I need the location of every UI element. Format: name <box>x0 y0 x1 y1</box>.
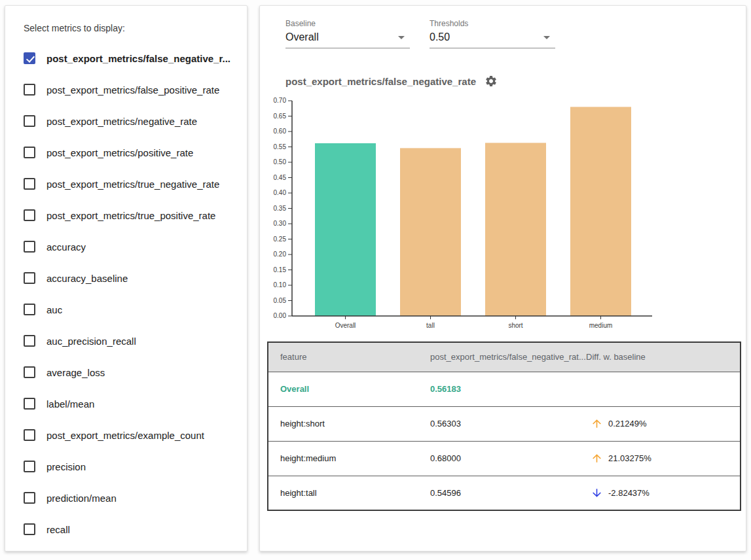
svg-text:0.00: 0.00 <box>274 312 287 319</box>
feature-cell: height:medium <box>268 441 430 476</box>
chart-header: post_export_metrics/false_negative_rate <box>285 75 746 88</box>
metric-item[interactable]: post_export_metrics/example_count <box>24 419 236 451</box>
metric-item[interactable]: accuracy_baseline <box>24 262 236 294</box>
checkbox-unchecked-icon[interactable] <box>24 84 35 96</box>
table-row[interactable]: height:medium0.6800021.03275% <box>268 441 741 476</box>
bar-chart-container: Overalltallshortmedium0.000.050.100.150.… <box>267 96 746 335</box>
metric-label: auc <box>46 304 62 315</box>
metric-item[interactable]: auc_precision_recall <box>24 325 236 357</box>
checkbox-unchecked-icon[interactable] <box>24 178 35 190</box>
svg-text:0.50: 0.50 <box>274 158 287 166</box>
metric-label: precision <box>46 461 86 472</box>
metric-label: post_export_metrics/true_positive_rate <box>46 210 215 221</box>
diff-cell: 0.21249% <box>586 406 741 441</box>
thresholds-select[interactable]: 0.50 <box>430 30 555 48</box>
metric-item[interactable]: accuracy <box>24 231 236 262</box>
metric-item[interactable]: post_export_metrics/true_positive_rate <box>24 200 236 231</box>
metric-list: post_export_metrics/false_negative_r...p… <box>24 43 236 545</box>
svg-text:0.70: 0.70 <box>274 97 287 104</box>
baseline-select[interactable]: Overall <box>285 30 410 48</box>
metric-label: accuracy <box>46 241 86 253</box>
bar-chart[interactable]: Overalltallshortmedium0.000.050.100.150.… <box>267 96 660 332</box>
baseline-value: Overall <box>285 31 319 43</box>
feature-cell: Overall <box>268 372 430 406</box>
svg-text:0.20: 0.20 <box>274 251 287 258</box>
svg-text:0.40: 0.40 <box>274 189 287 196</box>
checkbox-checked-icon[interactable] <box>24 52 35 64</box>
thresholds-field: Thresholds 0.50 <box>430 19 555 48</box>
metric-label: post_export_metrics/false_negative_r... <box>46 53 230 64</box>
metric-label: post_export_metrics/example_count <box>46 430 204 441</box>
table-row[interactable]: height:short0.563030.21249% <box>268 406 741 441</box>
svg-text:0.45: 0.45 <box>274 174 287 181</box>
checkbox-unchecked-icon[interactable] <box>24 115 35 127</box>
bar-tall[interactable] <box>400 148 461 316</box>
metrics-table: feature post_export_metrics/false_negati… <box>267 341 741 511</box>
metric-label: accuracy_baseline <box>46 273 128 284</box>
checkbox-unchecked-icon[interactable] <box>24 523 35 535</box>
metric-label: auc_precision_recall <box>46 336 136 347</box>
svg-text:short: short <box>508 322 522 329</box>
checkbox-unchecked-icon[interactable] <box>24 241 35 253</box>
table-header-row: feature post_export_metrics/false_negati… <box>268 342 741 372</box>
bar-short[interactable] <box>485 143 546 316</box>
arrow-up-icon <box>591 417 603 430</box>
metric-item[interactable]: prediction/mean <box>24 482 236 514</box>
arrow-down-icon <box>591 487 603 499</box>
table-row[interactable]: height:tall0.54596-2.82437% <box>268 476 741 510</box>
metric-item[interactable]: post_export_metrics/false_positive_rate <box>24 74 236 105</box>
chevron-down-icon <box>398 36 405 39</box>
metric-value-cell: 0.68000 <box>430 441 586 476</box>
metric-item[interactable]: auc <box>24 294 236 325</box>
metrics-panel: Baseline Overall Thresholds 0.50 post_ex… <box>259 5 746 551</box>
svg-text:0.10: 0.10 <box>274 281 287 289</box>
metric-selector-panel: Select metrics to display: post_export_m… <box>5 5 247 551</box>
diff-value: 0.21249% <box>608 419 647 429</box>
column-header-feature: feature <box>268 342 430 372</box>
metric-item[interactable]: average_loss <box>24 357 236 388</box>
bar-Overall[interactable] <box>315 143 376 316</box>
metric-value-cell: 0.56303 <box>430 406 586 441</box>
checkbox-unchecked-icon[interactable] <box>24 398 35 410</box>
metric-label: post_export_metrics/false_positive_rate <box>46 84 219 96</box>
metric-label: label/mean <box>46 398 94 410</box>
metric-item[interactable]: post_export_metrics/negative_rate <box>24 105 236 137</box>
metric-item[interactable]: post_export_metrics/positive_rate <box>24 137 236 168</box>
metrics-table-body: Overall0.56183height:short0.563030.21249… <box>268 372 741 510</box>
fairness-indicators-app: Select metrics to display: post_export_m… <box>0 0 751 560</box>
settings-gear-icon[interactable] <box>485 75 498 88</box>
diff-cell: 21.03275% <box>586 441 741 476</box>
metric-label: post_export_metrics/negative_rate <box>46 116 197 127</box>
bar-medium[interactable] <box>570 107 631 316</box>
svg-text:0.55: 0.55 <box>274 143 287 150</box>
svg-text:0.25: 0.25 <box>274 236 287 243</box>
metric-item[interactable]: post_export_metrics/true_negative_rate <box>24 168 236 200</box>
thresholds-value: 0.50 <box>430 31 450 43</box>
svg-text:0.65: 0.65 <box>274 113 287 120</box>
checkbox-unchecked-icon[interactable] <box>24 335 35 347</box>
metric-label: post_export_metrics/true_negative_rate <box>46 179 219 190</box>
checkbox-unchecked-icon[interactable] <box>24 304 35 315</box>
metric-selector-title: Select metrics to display: <box>24 23 236 36</box>
metric-item[interactable]: post_export_metrics/false_negative_r... <box>24 43 236 74</box>
checkbox-unchecked-icon[interactable] <box>24 366 35 378</box>
metric-value-cell: 0.54596 <box>430 476 586 510</box>
metric-item[interactable]: label/mean <box>24 388 236 419</box>
checkbox-unchecked-icon[interactable] <box>24 492 35 504</box>
svg-text:0.35: 0.35 <box>274 205 287 212</box>
metric-label: average_loss <box>46 367 105 378</box>
feature-cell: height:tall <box>268 476 430 510</box>
checkbox-unchecked-icon[interactable] <box>24 429 35 441</box>
checkbox-unchecked-icon[interactable] <box>24 461 35 472</box>
metric-item[interactable]: recall <box>24 514 236 545</box>
metric-item[interactable]: precision <box>24 451 236 482</box>
baseline-label: Baseline <box>285 19 410 28</box>
svg-text:medium: medium <box>589 322 613 329</box>
checkbox-unchecked-icon[interactable] <box>24 147 35 158</box>
column-header-diff: Diff. w. baseline <box>586 342 741 372</box>
diff-cell <box>586 372 741 406</box>
table-row[interactable]: Overall0.56183 <box>268 372 741 406</box>
checkbox-unchecked-icon[interactable] <box>24 209 35 221</box>
metric-label: prediction/mean <box>46 493 117 504</box>
checkbox-unchecked-icon[interactable] <box>24 272 35 284</box>
